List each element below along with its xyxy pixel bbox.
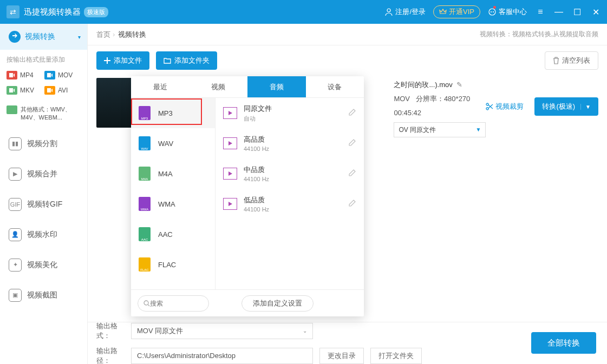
file-icon	[139, 197, 151, 211]
plus-icon	[104, 57, 110, 64]
popup-format-flac[interactable]: FLAC	[131, 249, 215, 280]
open-dir-button[interactable]: 打开文件夹	[370, 348, 422, 364]
svg-point-6	[144, 301, 148, 305]
popup-format-mp3[interactable]: MP3	[131, 98, 215, 128]
sidebar-item-视频合并[interactable]: ▶视频合并	[0, 159, 87, 189]
edit-icon[interactable]	[349, 138, 356, 148]
format-icon	[44, 71, 55, 80]
close-button[interactable]: ✕	[591, 7, 601, 17]
popup-format-wav[interactable]: WAV	[131, 128, 215, 158]
popup-tab-视频[interactable]: 视频	[190, 76, 248, 97]
format-mp4[interactable]: MP4	[4, 68, 42, 83]
chevron-down-icon: ⌄	[303, 328, 307, 334]
edit-icon[interactable]	[349, 108, 356, 118]
quality-中品质[interactable]: 中品质44100 Hz	[216, 158, 364, 189]
minimize-button[interactable]: —	[554, 7, 564, 17]
sidebar-item-视频水印[interactable]: 👤视频水印	[0, 220, 87, 250]
media-icon	[223, 198, 237, 210]
quality-同原文件[interactable]: 同原文件自动	[216, 98, 364, 128]
titlebar: ⇄ 迅捷视频转换器 极速版 注册/登录 开通VIP 客服中心 ≡ — ☐ ✕	[0, 0, 607, 24]
vip-button[interactable]: 开通VIP	[433, 5, 480, 18]
format-mov[interactable]: MOV	[42, 68, 80, 83]
nav-icon: ▣	[9, 289, 22, 302]
media-icon	[223, 107, 237, 119]
row-format-select[interactable]: OV 同原文件 ▼	[394, 122, 486, 137]
other-formats[interactable]: 其他格式：WMV、M4V、WEBM...	[0, 102, 87, 129]
convert-row-button[interactable]: 转换(极速) ▼	[534, 97, 598, 116]
sidebar-item-video-convert[interactable]: 视频转换 ▾	[0, 24, 87, 50]
chat-icon	[488, 8, 497, 16]
file-icon	[139, 136, 151, 150]
media-icon	[223, 137, 237, 149]
format-icon	[6, 86, 17, 95]
svg-point-4	[486, 103, 488, 105]
popup-tab-音频[interactable]: 音频	[247, 76, 306, 97]
sidebar-item-视频美化[interactable]: ✦视频美化	[0, 250, 87, 280]
sidebar-item-视频分割[interactable]: ▮▮视频分割	[0, 129, 87, 159]
user-icon	[384, 8, 393, 16]
add-folder-button[interactable]: 添加文件夹	[156, 51, 217, 70]
popup-tab-设备[interactable]: 设备	[306, 76, 364, 97]
format-search-input[interactable]	[150, 300, 199, 307]
svg-point-0	[387, 9, 390, 12]
format-icon	[6, 71, 17, 80]
popup-format-aac[interactable]: AAC	[131, 219, 215, 249]
format-mkv[interactable]: MKV	[4, 83, 42, 98]
sidebar-item-视频转GIF[interactable]: GIF视频转GIF	[0, 189, 87, 220]
notification-dot	[493, 6, 496, 9]
nav-icon: 👤	[9, 228, 22, 241]
sidebar-item-视频截图[interactable]: ▣视频截图	[0, 280, 87, 310]
clear-list-button[interactable]: 清空列表	[545, 51, 598, 70]
chevron-down-icon[interactable]: ▼	[580, 104, 595, 110]
login-button[interactable]: 注册/登录	[384, 7, 426, 17]
svg-point-2	[491, 12, 492, 12]
convert-icon	[9, 31, 21, 43]
change-dir-button[interactable]: 更改目录	[319, 348, 364, 364]
format-search[interactable]	[138, 295, 209, 312]
file-icon	[139, 167, 151, 181]
chevron-down-icon: ▾	[78, 34, 81, 40]
format-avi[interactable]: AVI	[42, 83, 80, 98]
breadcrumb-home[interactable]: 首页	[96, 30, 110, 39]
toolbar: 添加文件 添加文件夹 清空列表	[88, 45, 607, 76]
convert-all-button[interactable]: 全部转换	[531, 332, 596, 354]
crown-icon	[439, 8, 447, 16]
popup-format-m4a[interactable]: M4A	[131, 158, 215, 189]
edit-icon[interactable]	[349, 169, 356, 178]
quality-低品质[interactable]: 低品质44100 Hz	[216, 189, 364, 219]
add-custom-button[interactable]: 添加自定义设置	[242, 295, 314, 312]
add-file-button[interactable]: 添加文件	[96, 51, 149, 70]
maximize-button[interactable]: ☐	[572, 7, 582, 17]
file-icon	[139, 257, 151, 272]
svg-point-1	[489, 9, 495, 15]
breadcrumb: 首页 › 视频转换 视频转换：视频格式转换,从视频提取音频	[88, 24, 607, 45]
app-badge: 极速版	[84, 7, 108, 17]
format-popup: 最近视频音频设备 MP3WAVM4AWMAAACFLAC 同原文件自动高品质44…	[131, 76, 364, 316]
file-icon	[139, 106, 151, 120]
quality-高品质[interactable]: 高品质44100 Hz	[216, 128, 364, 158]
trash-icon	[553, 57, 559, 64]
sidebar: 视频转换 ▾ 按输出格式批量添加 MP4MOVMKVAVI 其他格式：WMV、M…	[0, 24, 88, 364]
nav-icon: ▮▮	[9, 137, 22, 150]
output-format-label: 输出格式：	[96, 321, 131, 341]
chevron-down-icon: ▼	[476, 124, 481, 135]
nav-icon: ✦	[9, 259, 22, 272]
support-button[interactable]: 客服中心	[488, 7, 527, 17]
file-icon	[139, 227, 151, 241]
menu-icon[interactable]: ≡	[536, 7, 545, 17]
format-icon	[44, 86, 55, 95]
edit-icon[interactable]	[349, 199, 356, 209]
video-trim-button[interactable]: 视频裁剪	[486, 102, 524, 111]
app-icon: ⇄	[6, 5, 19, 18]
batch-label: 按输出格式批量添加	[0, 50, 87, 68]
output-format-select[interactable]: MOV 同原文件 ⌄	[131, 323, 313, 339]
output-path-input[interactable]: C:\Users\Administrator\Desktop	[131, 348, 313, 364]
footer: 输出格式： MOV 同原文件 ⌄ 输出路径： C:\Users\Administ…	[88, 322, 607, 364]
file-thumbnail[interactable]	[96, 78, 133, 128]
breadcrumb-current: 视频转换	[118, 30, 146, 39]
popup-format-wma[interactable]: WMA	[131, 189, 215, 219]
popup-tab-最近[interactable]: 最近	[131, 76, 190, 97]
svg-point-5	[486, 108, 488, 110]
rename-icon[interactable]: ✎	[456, 81, 462, 89]
nav-icon: ▶	[9, 168, 22, 181]
